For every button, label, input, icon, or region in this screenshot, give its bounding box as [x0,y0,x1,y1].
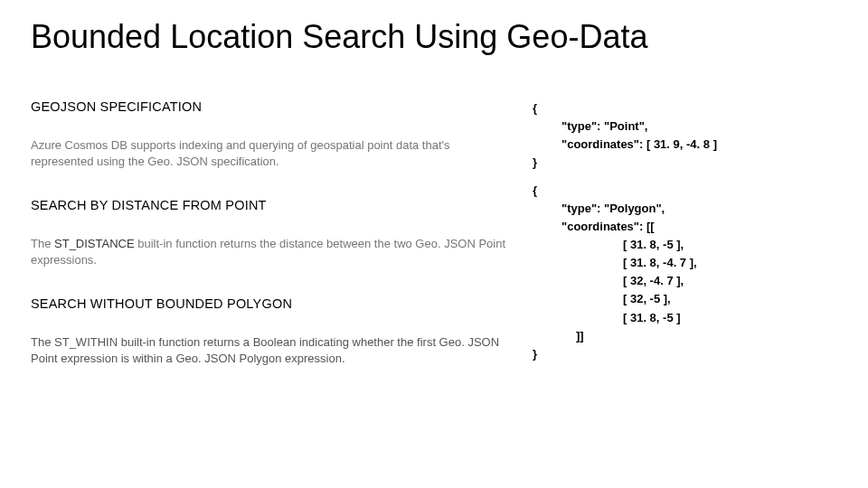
section-2-body: The ST_DISTANCE built-in function return… [31,236,514,267]
columns: GEOJSON SPECIFICATION Azure Cosmos DB su… [31,99,843,395]
code-line: "coordinates": [ 31. 9, -4. 8 ] [533,136,843,154]
section-3-keyword: ST_WITHIN [54,335,118,349]
code-line: ]] [533,327,843,345]
code-line: [ 32, -4. 7 ], [533,272,843,290]
code-line: } [533,345,843,363]
section-2-body-pre: The [31,237,54,250]
code-line: [ 32, -5 ], [533,290,843,308]
code-blank [533,173,843,182]
code-line: "type": "Point", [533,117,843,136]
code-line: } [533,154,843,172]
right-column-code: { "type": "Point", "coordinates": [ 31. … [533,99,843,395]
section-3-body-pre: The [31,335,54,349]
code-line: "type": "Polygon", [533,200,843,218]
code-line: [ 31. 8, -5 ] [533,309,843,327]
section-3-body: The ST_WITHIN built-in function returns … [31,334,514,366]
slide-title: Bounded Location Search Using Geo-Data [31,18,843,56]
code-line: [ 31. 8, -4. 7 ], [533,254,843,272]
code-line: { [533,182,843,200]
section-1-heading: GEOJSON SPECIFICATION [31,99,514,114]
code-line: [ 31. 8, -5 ], [533,236,843,254]
section-3-heading: SEARCH WITHOUT BOUNDED POLYGON [31,296,514,311]
section-1-body: Azure Cosmos DB supports indexing and qu… [31,137,514,169]
left-column: GEOJSON SPECIFICATION Azure Cosmos DB su… [31,99,533,395]
section-2-heading: SEARCH BY DISTANCE FROM POINT [31,198,514,212]
section-2-keyword: ST_DISTANCE [54,237,135,250]
code-line: { [533,99,843,117]
slide: Bounded Location Search Using Geo-Data G… [0,0,868,488]
code-line: "coordinates": [[ [533,218,843,236]
